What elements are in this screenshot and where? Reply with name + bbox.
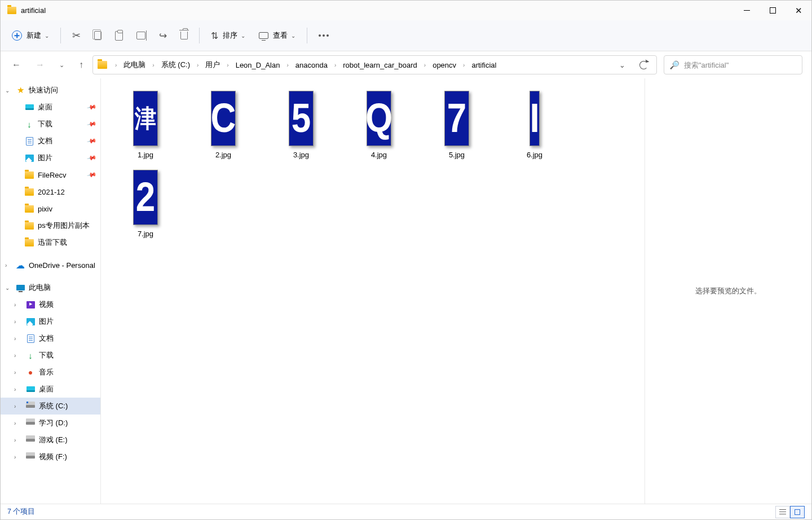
paste-button[interactable] bbox=[109, 25, 129, 46]
file-name: 4.jpg bbox=[371, 151, 387, 159]
close-button[interactable]: ✕ bbox=[785, 1, 811, 20]
refresh-button[interactable] bbox=[634, 56, 653, 74]
document-icon bbox=[27, 334, 34, 343]
cut-button[interactable]: ✂ bbox=[67, 25, 86, 46]
drive-icon bbox=[26, 456, 35, 459]
icons-view-button[interactable] bbox=[790, 506, 805, 518]
file-list[interactable]: 津1.jpgC2.jpg53.jpgQ4.jpg75.jpgI6.jpg27.j… bbox=[101, 78, 645, 504]
tree-desktop[interactable]: 桌面📌 bbox=[1, 99, 100, 116]
forward-button[interactable]: → bbox=[33, 58, 47, 72]
tree-downloads[interactable]: ↓下载📌 bbox=[1, 116, 100, 133]
view-button[interactable]: 查看 ⌄ bbox=[253, 25, 301, 46]
more-icon bbox=[319, 34, 329, 37]
chevron-right-icon: › bbox=[193, 62, 202, 68]
window-title: artificial bbox=[21, 6, 46, 15]
pin-icon: 📌 bbox=[87, 136, 98, 147]
plus-icon bbox=[12, 30, 22, 41]
tree-filerecv[interactable]: FileRecv📌 bbox=[1, 166, 100, 183]
breadcrumb-item[interactable]: 系统 (C:) bbox=[159, 58, 192, 72]
chevron-down-icon: ⌄ bbox=[5, 285, 12, 291]
search-input[interactable] bbox=[684, 61, 796, 69]
tree-ps-copy[interactable]: ps专用图片副本 bbox=[1, 217, 100, 234]
toolbar: 新建 ⌄ ✂ ↪ ⇅ 排序 ⌄ 查看 ⌄ bbox=[1, 20, 811, 51]
view-label: 查看 bbox=[273, 30, 288, 41]
share-button[interactable]: ↪ bbox=[153, 25, 173, 46]
tree-music[interactable]: ›●音乐 bbox=[1, 364, 100, 381]
trash-icon bbox=[180, 32, 188, 39]
delete-button[interactable] bbox=[175, 25, 193, 46]
tree-pixiv[interactable]: pixiv bbox=[1, 200, 100, 217]
chevron-right-icon: › bbox=[112, 62, 120, 68]
paste-icon bbox=[115, 31, 123, 41]
file-thumbnail: 2 bbox=[133, 170, 158, 225]
navigation-tree[interactable]: ⌄ ★ 快速访问 桌面📌 ↓下载📌 文档📌 图片📌 FileRecv📌 2021… bbox=[1, 78, 101, 504]
file-thumbnail: 5 bbox=[289, 91, 314, 146]
breadcrumb[interactable]: › 此电脑 › 系统 (C:) › 用户 › Leon_D_Alan › ana… bbox=[92, 55, 657, 74]
file-item[interactable]: Q4.jpg bbox=[340, 87, 418, 166]
preview-empty-text: 选择要预览的文件。 bbox=[695, 286, 761, 296]
file-item[interactable]: 75.jpg bbox=[418, 87, 496, 166]
tree-pictures[interactable]: 图片📌 bbox=[1, 149, 100, 166]
chevron-right-icon: › bbox=[5, 262, 12, 268]
recent-button[interactable]: ⌄ bbox=[57, 59, 67, 71]
folder-icon bbox=[25, 188, 34, 196]
tree-drive-c[interactable]: ›系统 (C:) bbox=[1, 398, 100, 415]
file-item[interactable]: C2.jpg bbox=[184, 87, 262, 166]
search-icon: 🔍 bbox=[670, 60, 679, 69]
rename-button[interactable] bbox=[131, 25, 151, 46]
chevron-down-icon: ⌄ bbox=[45, 33, 49, 39]
address-row: ← → ⌄ ↑ › 此电脑 › 系统 (C:) › 用户 › Leon_D_Al… bbox=[1, 51, 811, 78]
chevron-right-icon: › bbox=[14, 302, 22, 308]
pin-icon: 📌 bbox=[87, 153, 98, 164]
tree-video[interactable]: ›视频 bbox=[1, 296, 100, 313]
title-bar: artificial ✕ bbox=[1, 1, 811, 20]
minimize-button[interactable] bbox=[734, 1, 760, 20]
picture-icon bbox=[27, 318, 35, 325]
tree-2021-12[interactable]: 2021-12 bbox=[1, 183, 100, 200]
tree-downloads-2[interactable]: ›↓下载 bbox=[1, 347, 100, 364]
download-icon: ↓ bbox=[25, 350, 36, 360]
file-item[interactable]: 27.jpg bbox=[107, 166, 184, 245]
breadcrumb-dropdown[interactable]: ⌄ bbox=[612, 56, 632, 74]
search-box[interactable]: 🔍 bbox=[664, 55, 802, 74]
tree-documents[interactable]: 文档📌 bbox=[1, 133, 100, 149]
pin-icon: 📌 bbox=[87, 119, 98, 130]
breadcrumb-item[interactable]: opencv bbox=[430, 59, 458, 72]
file-item[interactable]: 53.jpg bbox=[262, 87, 340, 166]
list-icon bbox=[779, 509, 786, 515]
share-icon: ↪ bbox=[159, 30, 167, 42]
breadcrumb-item[interactable]: robot_learn_car_board bbox=[341, 59, 420, 72]
tree-pictures-2[interactable]: ›图片 bbox=[1, 313, 100, 330]
maximize-button[interactable] bbox=[760, 1, 785, 20]
breadcrumb-item[interactable]: 此电脑 bbox=[121, 58, 148, 72]
breadcrumb-item[interactable]: anaconda bbox=[293, 59, 330, 72]
desktop-icon bbox=[27, 386, 35, 392]
tree-this-pc[interactable]: ⌄此电脑 bbox=[1, 279, 100, 296]
sort-button[interactable]: ⇅ 排序 ⌄ bbox=[205, 25, 251, 46]
tree-onedrive[interactable]: ›☁OneDrive - Personal bbox=[1, 257, 100, 274]
tree-quick-access[interactable]: ⌄ ★ 快速访问 bbox=[1, 82, 100, 99]
breadcrumb-item[interactable]: 用户 bbox=[203, 58, 222, 72]
back-button[interactable]: ← bbox=[10, 58, 23, 72]
file-thumbnail: Q bbox=[367, 91, 391, 146]
details-view-button[interactable] bbox=[775, 506, 790, 518]
tree-drive-f[interactable]: ›视频 (F:) bbox=[1, 448, 100, 465]
file-name: 6.jpg bbox=[527, 151, 542, 159]
file-name: 7.jpg bbox=[138, 230, 153, 238]
tree-drive-e[interactable]: ›游戏 (E:) bbox=[1, 431, 100, 448]
file-item[interactable]: 津1.jpg bbox=[107, 87, 184, 166]
tree-desktop-2[interactable]: ›桌面 bbox=[1, 381, 100, 398]
breadcrumb-item[interactable]: Leon_D_Alan bbox=[233, 59, 283, 72]
file-item[interactable]: I6.jpg bbox=[496, 87, 573, 166]
scissors-icon: ✂ bbox=[72, 29, 81, 42]
sort-label: 排序 bbox=[223, 30, 237, 41]
more-button[interactable] bbox=[313, 25, 334, 46]
copy-button[interactable] bbox=[89, 25, 107, 46]
tree-xunlei[interactable]: 迅雷下载 bbox=[1, 234, 100, 251]
new-button[interactable]: 新建 ⌄ bbox=[6, 25, 55, 46]
tree-documents-2[interactable]: ›文档 bbox=[1, 330, 100, 347]
tree-drive-d[interactable]: ›学习 (D:) bbox=[1, 415, 100, 431]
breadcrumb-item[interactable]: artificial bbox=[469, 59, 498, 72]
chevron-right-icon: › bbox=[14, 403, 22, 409]
up-button[interactable]: ↑ bbox=[77, 58, 86, 72]
